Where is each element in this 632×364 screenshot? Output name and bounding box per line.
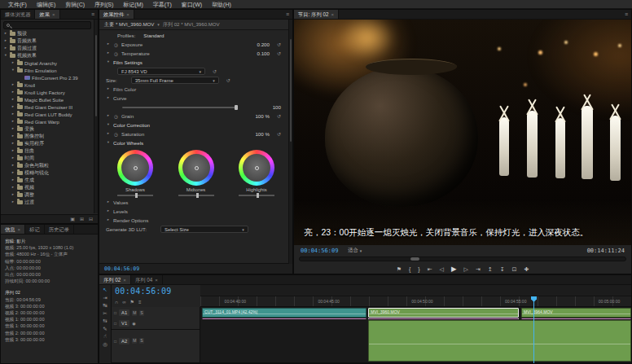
slip-tool[interactable]: ⇆ xyxy=(103,318,107,324)
param-value[interactable]: 100 xyxy=(273,104,281,110)
effects-tree-item-16[interactable]: ▸扭曲 xyxy=(1,147,93,155)
reset-icon[interactable]: ↺ xyxy=(226,77,230,83)
mark-out-button[interactable]: } xyxy=(418,266,419,272)
twirl-icon[interactable]: ▸ xyxy=(3,46,8,50)
effects-tree-item-9[interactable]: ▸Magic Bullet Suite xyxy=(1,96,93,103)
track-select-tool[interactable]: ⇥ xyxy=(103,296,107,301)
reset-icon[interactable]: ↺ xyxy=(277,50,281,56)
sequence-clip-label[interactable]: 序列 02 * MVI_3960.MOV xyxy=(163,21,220,29)
ec-param-color-correction[interactable]: ▾Color Correction xyxy=(99,121,287,129)
new-folder-icon[interactable]: ⊞ xyxy=(80,217,84,221)
effects-scrollbar[interactable] xyxy=(94,20,98,213)
track-header-V1[interactable]: □V1◉ xyxy=(112,317,200,329)
effects-tree-item-17[interactable]: ▸时间 xyxy=(1,155,93,162)
twirl-icon[interactable]: ▸ xyxy=(11,178,15,182)
ec-param-100[interactable]: 100 xyxy=(99,103,287,112)
param-value[interactable]: 100 % xyxy=(255,113,270,119)
snap-icon[interactable]: ∩ xyxy=(115,300,118,305)
twirl-icon[interactable]: ▸ xyxy=(11,61,15,65)
close-icon[interactable]: × xyxy=(331,10,334,20)
mark-in-button[interactable]: { xyxy=(409,266,410,272)
razor-tool[interactable]: ✂ xyxy=(103,311,107,317)
effects-tree-item-3[interactable]: ▾视频效果 xyxy=(1,52,93,59)
sequence-tab-1[interactable]: 序列 04× xyxy=(131,275,163,284)
selection-tool[interactable]: ↖ xyxy=(103,287,107,293)
step-back-button[interactable]: ◁ xyxy=(440,266,444,272)
effects-tree-item-18[interactable]: ▸杂色与颗粒 xyxy=(1,162,93,169)
twirl-icon[interactable]: ▾ xyxy=(3,54,8,58)
effects-tree-item-15[interactable]: ▸实用程序 xyxy=(1,140,93,147)
reset-icon[interactable]: ↺ xyxy=(277,113,281,119)
play-button[interactable]: ▶ xyxy=(451,265,457,273)
twirl-icon[interactable]: ▾ xyxy=(106,123,111,127)
param-dropdown[interactable]: FJ 8543 VD▾ xyxy=(117,68,205,75)
twirl-icon[interactable]: ▸ xyxy=(11,171,15,175)
effects-tree-item-13[interactable]: ▸变换 xyxy=(1,125,93,133)
menu-item-7[interactable]: 帮助(H) xyxy=(207,0,236,9)
twirl-icon[interactable]: ▸ xyxy=(11,127,15,131)
param-value[interactable]: 0.100 xyxy=(257,50,269,56)
menu-item-1[interactable]: 编辑(E) xyxy=(32,0,60,9)
effects-tree-item-21[interactable]: ▸视频 xyxy=(1,184,93,191)
twirl-icon[interactable]: ▾ xyxy=(11,68,15,72)
twirl-icon[interactable]: ▸ xyxy=(11,193,15,197)
step-forward-button[interactable]: ▷ xyxy=(464,266,468,272)
playhead[interactable] xyxy=(533,296,534,363)
color-wheel-slider[interactable] xyxy=(178,195,214,196)
clip-param[interactable] xyxy=(368,320,631,362)
lift-button[interactable]: ↥ xyxy=(488,266,493,272)
twirl-icon[interactable]: ▸ xyxy=(11,186,15,190)
ec-param-exposure[interactable]: ▸◷Exposure0.200↺ xyxy=(99,40,287,49)
menu-item-0[interactable]: 文件(F) xyxy=(3,0,32,9)
twirl-icon[interactable]: ▸ xyxy=(3,32,8,36)
twirl-icon[interactable]: ▸ xyxy=(106,209,111,213)
close-icon[interactable]: × xyxy=(126,10,129,20)
mute-toggle[interactable]: M xyxy=(132,338,137,344)
master-clip-label[interactable]: 主要 * MVI_3960.MOV xyxy=(104,21,154,29)
ec-param-film-color[interactable]: ▸Film Color xyxy=(99,85,287,94)
effects-tab-0[interactable]: 媒体浏览器 xyxy=(1,10,35,19)
param-value[interactable]: 100 % xyxy=(255,131,270,137)
sequence-tab-0[interactable]: 序列 02× xyxy=(99,275,131,284)
reset-icon[interactable]: ↺ xyxy=(213,68,217,74)
panel-menu-icon[interactable]: ≡ xyxy=(88,10,98,19)
twirl-icon[interactable]: ▸ xyxy=(11,98,15,102)
twirl-icon[interactable]: ▸ xyxy=(11,112,15,116)
effects-tree-item-20[interactable]: ▸生成 xyxy=(1,177,93,184)
twirl-icon[interactable]: ▾ xyxy=(106,141,111,145)
delete-icon[interactable]: ⊟ xyxy=(89,217,93,221)
track-lane-A2[interactable] xyxy=(200,319,631,362)
stopwatch-icon[interactable]: ◷ xyxy=(113,132,119,137)
info-tab-0[interactable]: 信息× xyxy=(1,225,25,234)
lock-icon[interactable]: □ xyxy=(114,321,116,326)
work-area-bar[interactable] xyxy=(200,285,631,296)
twirl-icon[interactable]: ▸ xyxy=(11,164,15,168)
ripple-edit-tool[interactable]: ↹ xyxy=(103,303,107,309)
color-wheel-shadows[interactable] xyxy=(117,150,153,186)
twirl-icon[interactable]: ▸ xyxy=(3,39,8,43)
timeline-timecode[interactable]: 00:04:56:09 xyxy=(112,285,200,296)
program-video-frame[interactable]: 亮，23：00开始逐一熄灭烛光，关闭背景音乐，保持灯光，进入深夜状态。 xyxy=(294,20,631,245)
effects-tab-1[interactable]: 效果× xyxy=(35,10,59,19)
effects-tree-item-19[interactable]: ▸模糊与锐化 xyxy=(1,169,93,177)
ec-param-curve[interactable]: ▸Curve xyxy=(99,94,287,103)
twirl-icon[interactable]: ▸ xyxy=(106,218,111,222)
stopwatch-icon[interactable]: ◷ xyxy=(113,42,119,47)
twirl-icon[interactable]: ▸ xyxy=(11,83,15,87)
program-monitor-tab-0[interactable]: 节目: 序列 02× xyxy=(294,10,339,19)
slider-handle[interactable] xyxy=(235,105,238,110)
generate-lut-dropdown[interactable]: Select Size▾ xyxy=(160,226,248,233)
twirl-icon[interactable]: ▾ xyxy=(106,60,111,64)
close-icon[interactable]: × xyxy=(18,225,21,235)
effects-tree-item-0[interactable]: ▸预设 xyxy=(1,30,93,37)
param-dropdown[interactable]: 35mm Full Frame▾ xyxy=(131,77,219,84)
effects-tree-item-6[interactable]: FilmConvert Pro 2.39 xyxy=(1,74,93,81)
current-timecode[interactable]: 00:04:56:09 xyxy=(301,248,338,254)
time-ruler[interactable]: 00:04:40:0000:04:45:0000:04:50:0000:04:5… xyxy=(200,296,631,307)
ec-param-values[interactable]: ▸Values xyxy=(99,198,287,207)
close-icon[interactable]: × xyxy=(52,10,55,20)
effects-tree-item-8[interactable]: ▸Knoll Light Factory xyxy=(1,89,93,96)
effects-tree-item-22[interactable]: ▸调整 xyxy=(1,191,93,199)
twirl-icon[interactable]: ▸ xyxy=(106,200,111,204)
effects-tree-item-12[interactable]: ▸Red Giant Warp xyxy=(1,118,93,125)
